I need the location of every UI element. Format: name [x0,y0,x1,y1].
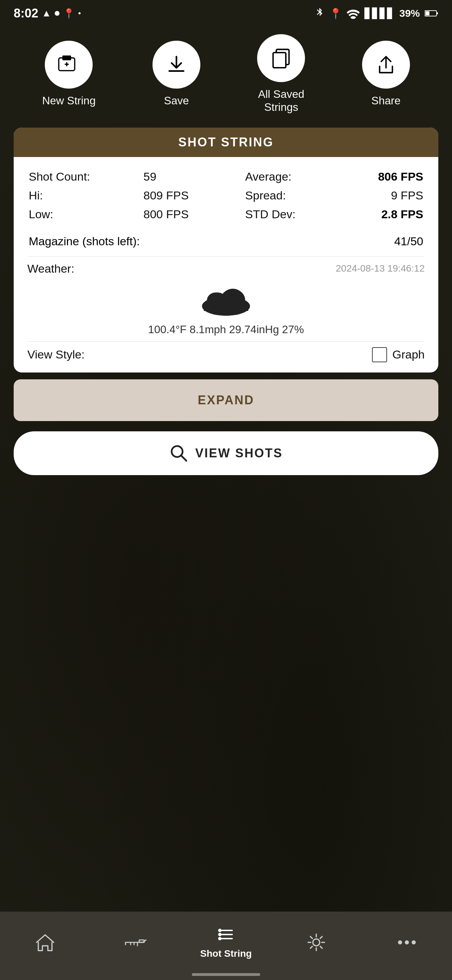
all-saved-label: All SavedStrings [258,88,304,114]
divider-2 [27,341,425,342]
svg-rect-2 [425,11,430,15]
divider-1 [27,256,425,256]
spread-label: Spread: [244,186,339,205]
all-saved-icon-circle [257,34,305,82]
expand-button-label: EXPAND [198,393,254,407]
card-body: Shot Count: 59 Average: 806 FPS Hi: 809 … [14,157,438,372]
home-icon [35,933,56,952]
card-header: SHOT STRING [14,127,438,157]
view-shots-button[interactable]: VIEW SHOTS [14,431,438,475]
svg-rect-9 [273,52,286,68]
status-right: 📍 ▋▋▋▋ 39% [315,7,438,19]
svg-rect-4 [63,56,71,60]
bluetooth-icon [315,7,325,19]
status-time: 8:02 [14,6,38,21]
nav-indicator-icon: ▲ [42,8,51,19]
view-style-label: View Style: [27,348,85,361]
all-saved-strings-button[interactable]: All SavedStrings [257,34,305,114]
location-active-icon: 📍 [63,8,75,19]
svg-point-31 [219,929,221,931]
low-value: 800 FPS [142,205,244,224]
shot-string-card: SHOT STRING Shot Count: 59 Average: 806 … [14,127,438,372]
std-dev-value: 2.8 FPS [339,205,425,224]
status-left: 8:02 ▲ 📍 • [14,6,81,21]
share-button[interactable]: Share [362,41,410,107]
notification-dot-icon [55,11,59,16]
svg-point-33 [219,938,221,940]
nav-item-rifle[interactable] [90,934,181,951]
new-string-icon-circle [45,41,93,89]
graph-checkbox[interactable] [372,347,387,362]
svg-point-37 [412,940,416,944]
svg-point-32 [219,934,221,935]
svg-point-36 [405,940,409,944]
location-icon: 📍 [329,8,342,19]
graph-checkbox-area[interactable]: Graph [372,347,425,362]
save-icon-circle [152,41,200,89]
svg-rect-1 [437,12,438,14]
save-button[interactable]: Save [152,41,200,107]
svg-point-34 [313,939,320,946]
main-content: New String Save All SavedStrings [0,24,452,475]
weather-icon-row [27,282,425,317]
shot-count-row: Shot Count: 59 Average: 806 FPS [27,167,425,186]
weather-label: Weather: [27,262,74,275]
svg-point-35 [398,940,402,944]
weather-timestamp: 2024-08-13 19:46:12 [336,263,425,274]
dot-icon: • [78,9,81,18]
nav-item-shot-string[interactable]: Shot String [181,926,271,959]
hi-label: Hi: [27,186,142,205]
average-label: Average: [244,167,339,186]
new-string-label: New String [42,94,96,107]
save-label: Save [164,94,189,107]
svg-line-19 [181,455,186,461]
expand-button[interactable]: EXPAND [14,379,438,421]
signal-bars-icon: ▋▋▋▋ [365,8,395,19]
view-style-row: View Style: Graph [27,347,425,362]
battery-icon [425,10,438,17]
nav-item-home[interactable] [0,933,90,952]
weather-header-row: Weather: 2024-08-13 19:46:12 [27,262,425,275]
search-icon [169,444,189,463]
magazine-value: 41/50 [394,235,423,248]
home-indicator [192,973,260,976]
battery-text: 39% [399,8,420,19]
share-icon-circle [362,41,410,89]
view-shots-label: VIEW SHOTS [195,446,283,460]
hi-row: Hi: 809 FPS Spread: 9 FPS [27,186,425,205]
std-dev-label: STD Dev: [244,205,339,224]
card-header-title: SHOT STRING [178,135,274,149]
nav-item-more[interactable] [362,937,452,948]
shot-string-nav-label: Shot String [200,948,252,959]
bottom-nav: Shot String [0,912,452,980]
new-string-button[interactable]: New String [42,41,96,107]
shot-count-value: 59 [142,167,244,186]
share-label: Share [371,94,400,107]
svg-rect-17 [204,304,248,311]
hi-value: 809 FPS [142,186,244,205]
spread-value: 9 FPS [339,186,425,205]
rifle-icon [124,934,148,951]
cloud-icon [199,282,253,317]
nav-item-settings[interactable] [271,932,362,953]
magazine-label: Magazine (shots left): [29,235,140,248]
list-icon [216,926,236,945]
gear-icon [306,932,327,953]
wifi-icon [347,8,360,19]
status-bar: 8:02 ▲ 📍 • 📍 ▋▋▋▋ 39% [0,0,452,24]
low-label: Low: [27,205,142,224]
graph-label: Graph [393,348,425,361]
stats-table: Shot Count: 59 Average: 806 FPS Hi: 809 … [27,167,425,224]
more-dots-icon [395,937,419,948]
average-value: 806 FPS [339,167,425,186]
weather-data: 100.4°F 8.1mph 29.74inHg 27% [27,323,425,336]
shot-count-label: Shot Count: [27,167,142,186]
magazine-row: Magazine (shots left): 41/50 [27,232,425,251]
action-buttons-row: New String Save All SavedStrings [14,34,438,114]
low-row: Low: 800 FPS STD Dev: 2.8 FPS [27,205,425,224]
